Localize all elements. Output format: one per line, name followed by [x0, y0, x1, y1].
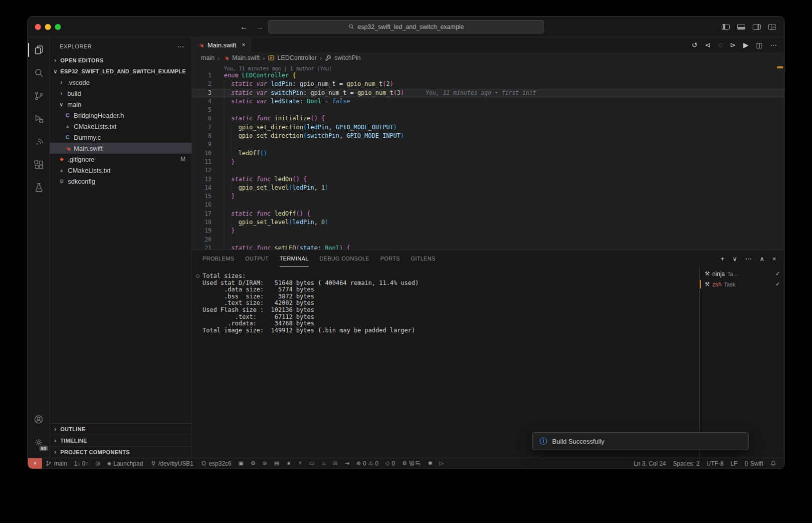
cursor-position[interactable]: Ln 3, Col 24 [630, 458, 670, 469]
activity-search-button[interactable] [28, 61, 49, 84]
activity-espressif-button[interactable] [28, 130, 49, 153]
save-action[interactable]: ▣ [235, 458, 247, 469]
git-sync[interactable]: 1↓ 0↑ [70, 458, 92, 469]
panel-tab-debug-console[interactable]: DEBUG CONSOLE [320, 250, 370, 267]
workspace-root-folder[interactable]: ∨ ESP32_SWIFT_LED_AND_SWITCH_EXAMPLE [50, 66, 192, 77]
close-tab-icon[interactable]: × [242, 41, 245, 48]
gitlens-codelens[interactable]: You, 11 minutes ago | 1 author (You) [192, 63, 784, 71]
code-line-15[interactable]: 15 } [192, 192, 784, 201]
section-outline[interactable]: ›OUTLINE [50, 423, 192, 435]
breadcrumb-main-swift[interactable]: Main.swift [222, 54, 260, 61]
code-line-16[interactable]: 16 [192, 201, 784, 209]
panel-tab-gitlens[interactable]: GITLENS [411, 250, 435, 267]
tree-item-gitignore[interactable]: ◆.gitignoreM [50, 154, 192, 165]
code-line-5[interactable]: 5 [192, 106, 784, 114]
code-line-20[interactable]: 20 [192, 236, 784, 244]
terminal[interactable]: Total sizes:Used stat D/IRAM: 51648 byte… [192, 267, 699, 458]
code-line-7[interactable]: 7 gpio_set_direction(ledPin, GPIO_MODE_O… [192, 123, 784, 132]
navigate-forward-icon[interactable]: → [256, 22, 264, 31]
code-line-3[interactable]: 3 static var switchPin: gpio_num_t = gpi… [192, 89, 784, 97]
code-line-21[interactable]: 21 static func setLED(state: Bool) { [192, 244, 784, 250]
code-line-10[interactable]: 10 ledOff() [192, 149, 784, 158]
code-line-4[interactable]: 4 static var ledState: Bool = false [192, 97, 784, 106]
run-file-icon[interactable]: ▶ [743, 41, 749, 49]
toggle-panel-icon[interactable] [737, 24, 745, 30]
box-action[interactable]: ⊡ [330, 458, 341, 469]
breadcrumb-switchpin[interactable]: switchPin [325, 54, 361, 61]
code-line-19[interactable]: 19 } [192, 227, 784, 235]
launchpad[interactable]: ◈Launchpad [104, 458, 147, 469]
activity-source-control-button[interactable] [28, 84, 49, 107]
remote-indicator[interactable]: × [28, 458, 42, 469]
terminal-dropdown-icon[interactable]: ∨ [732, 255, 737, 262]
serial-port[interactable]: /dev/ttyUSB1 [147, 458, 197, 469]
command-center-search[interactable]: esp32_swift_led_and_switch_example [268, 20, 544, 33]
panel-more-icon[interactable]: ⋯ [745, 255, 752, 262]
package-action[interactable]: ▤ [271, 458, 283, 469]
eol[interactable]: LF [727, 458, 741, 469]
record-circle-icon[interactable]: ◌ [718, 41, 722, 49]
nav-back-circle-icon[interactable]: ⊲ [705, 41, 711, 49]
notifications-bell[interactable] [767, 458, 780, 469]
sparkle-action[interactable]: ✱ [424, 458, 436, 469]
full-clean[interactable]: ⊘ [259, 458, 270, 469]
activity-explorer-button[interactable] [28, 38, 49, 61]
nav-forward-circle-icon[interactable]: ⊳ [730, 41, 736, 49]
code-line-14[interactable]: 14 gpio_set_level(ledPin, 1) [192, 184, 784, 192]
indentation[interactable]: Spaces: 2 [669, 458, 703, 469]
panel-tab-problems[interactable]: PROBLEMS [203, 250, 234, 267]
terminal-task-ninja[interactable]: ⚒ninjaTa...✓ [700, 268, 784, 279]
section-project-components[interactable]: ›PROJECT COMPONENTS [50, 446, 192, 458]
activity-accounts-button[interactable] [28, 408, 49, 431]
tree-item-cmakelists-txt[interactable]: ▲CMakeLists.txt [50, 121, 192, 132]
activity-run-debug-button[interactable] [28, 107, 49, 130]
menuconfig[interactable]: ⚙ [247, 458, 259, 469]
panel-tab-ports[interactable]: PORTS [380, 250, 400, 267]
activity-settings-button[interactable]: ES [28, 431, 49, 454]
activity-extensions-button[interactable] [28, 153, 49, 176]
star-action[interactable]: ★ [283, 458, 295, 469]
close-window-button[interactable] [35, 24, 41, 30]
code-line-2[interactable]: 2 static var ledPin: gpio_num_t = gpio_n… [192, 80, 784, 88]
navigate-back-icon[interactable]: ← [240, 22, 248, 31]
code-line-8[interactable]: 8 gpio_set_direction(switchPin, GPIO_MOD… [192, 132, 784, 140]
split-editor-icon[interactable]: ◫ [756, 41, 763, 49]
toggle-primary-sidebar-icon[interactable] [722, 24, 730, 30]
jtag-status[interactable]: ◇0 [382, 458, 399, 469]
encoding[interactable]: UTF-8 [703, 458, 727, 469]
device-target[interactable]: esp32c6 [197, 458, 235, 469]
panel-maximize-icon[interactable]: ∧ [760, 255, 765, 262]
more-actions-icon[interactable]: ⋯ [770, 41, 777, 49]
code-line-13[interactable]: 13 static func ledOn() { [192, 175, 784, 184]
tree-item-main-swift[interactable]: Main.swift [50, 143, 192, 154]
activity-flask-button[interactable] [28, 176, 49, 199]
tree-item-main[interactable]: ∨main [50, 99, 192, 110]
code-line-9[interactable]: 9 [192, 140, 784, 149]
tree-item-sdkconfig[interactable]: ⚙sdkconfig [50, 176, 192, 187]
code-line-17[interactable]: 17 static func ledOff() { [192, 210, 784, 218]
export-action[interactable]: ⇥ [341, 458, 353, 469]
flame-action[interactable]: ♨ [318, 458, 330, 469]
tab-main-swift[interactable]: Main.swift × [192, 37, 251, 52]
tree-item-bridgingheader-h[interactable]: CBridgingHeader.h [50, 110, 192, 121]
minimize-window-button[interactable] [45, 24, 51, 30]
code-line-12[interactable]: 12 [192, 166, 784, 175]
zoom-window-button[interactable] [55, 24, 61, 30]
open-editors-section[interactable]: › OPEN EDITORS [50, 55, 192, 66]
toggle-secondary-sidebar-icon[interactable] [753, 24, 761, 30]
code-line-6[interactable]: 6 static func initialize() { [192, 114, 784, 123]
terminal-task-zsh[interactable]: ⚒zshTask✓ [700, 279, 784, 289]
run-action[interactable]: ▷ [436, 458, 447, 469]
notification-toast[interactable]: ⓘ Build Successfully [532, 432, 749, 450]
customize-layout-icon[interactable] [768, 24, 776, 30]
monitor-action[interactable]: ▭ [306, 458, 318, 469]
language-mode[interactable]: {}Swift [741, 458, 767, 469]
code-line-1[interactable]: 1enum LEDController { [192, 71, 784, 80]
new-terminal-icon[interactable]: + [721, 255, 725, 262]
code-editor[interactable]: You, 11 minutes ago | 1 author (You) 1en… [192, 63, 784, 250]
build-task[interactable]: ⚙빌드 [399, 458, 424, 469]
code-line-18[interactable]: 18 gpio_set_level(ledPin, 0) [192, 218, 784, 227]
section-timeline[interactable]: ›TIMELINE [50, 435, 192, 446]
code-line-11[interactable]: 11 } [192, 158, 784, 166]
problems[interactable]: ⊗0⚠0 [353, 458, 382, 469]
